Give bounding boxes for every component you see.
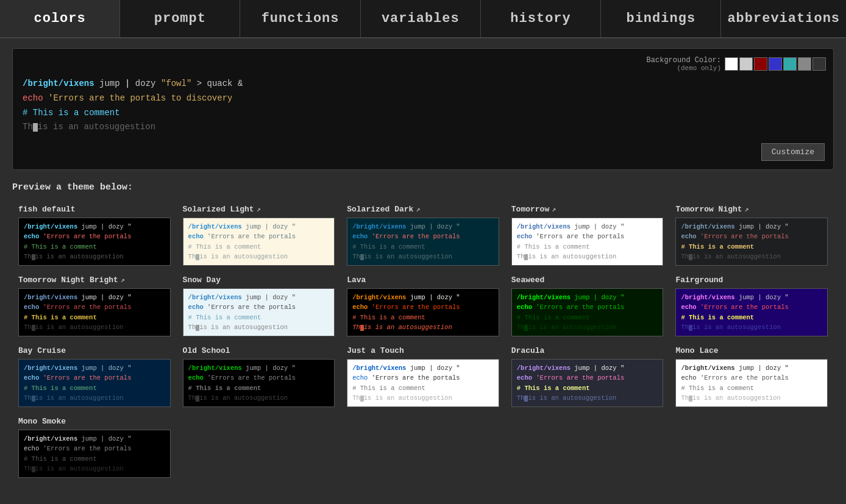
themes-grid: fish default /bright/vixens jump | dozy …: [12, 201, 834, 484]
theme-preview-snow-day[interactable]: /bright/vixens jump | dozy " echo 'Error…: [183, 288, 335, 336]
theme-preview-bay-cruise[interactable]: /bright/vixens jump | dozy " echo 'Error…: [18, 359, 171, 407]
theme-name-fairground[interactable]: Fairground: [675, 275, 828, 285]
swatch-gray[interactable]: [798, 57, 811, 71]
theme-name-solarized-light[interactable]: Solarized Light ↗: [183, 205, 335, 214]
theme-snow-day: Snow Day /bright/vixens jump | dozy " ec…: [177, 272, 341, 343]
theme-name-bay-cruise[interactable]: Bay Cruise: [18, 346, 171, 355]
bg-color-label: Background Color: (demo only): [647, 56, 721, 72]
theme-name-just-a-touch[interactable]: Just a Touch: [347, 346, 499, 355]
theme-name-fish-default[interactable]: fish default: [18, 205, 171, 214]
theme-name-tomorrow-night-bright[interactable]: Tomorrow Night Bright ↗: [18, 275, 171, 285]
tab-functions[interactable]: functions: [240, 0, 360, 37]
theme-name-solarized-dark[interactable]: Solarized Dark ↗: [347, 205, 499, 214]
theme-preview-mono-lace[interactable]: /bright/vixens jump | dozy " echo 'Error…: [675, 359, 828, 407]
theme-preview-fairground[interactable]: /bright/vixens jump | dozy " echo 'Error…: [675, 288, 828, 336]
theme-tomorrow: Tomorrow ↗ /bright/vixens jump | dozy " …: [505, 201, 670, 272]
preview-line-2: echo 'Errors are the portals to discover…: [23, 91, 823, 106]
swatch-dark-red[interactable]: [754, 57, 767, 71]
customize-button[interactable]: Customize: [761, 143, 825, 161]
theme-name-mono-smoke[interactable]: Mono Smoke: [18, 417, 171, 426]
tab-colors[interactable]: colors: [0, 0, 120, 37]
theme-lava: Lava /bright/vixens jump | dozy " echo '…: [341, 272, 505, 343]
theme-dracula: Dracula /bright/vixens jump | dozy " ech…: [505, 343, 670, 413]
theme-preview-solarized-light[interactable]: /bright/vixens jump | dozy " echo 'Error…: [183, 218, 335, 266]
color-swatches: [725, 57, 826, 71]
theme-name-old-school[interactable]: Old School: [183, 346, 335, 355]
terminal-preview: /bright/vixens jump | dozy "fowl" > quac…: [23, 77, 823, 135]
preview-line-3: # This is a comment: [23, 106, 823, 121]
tabs-bar: colors prompt functions variables histor…: [0, 0, 846, 38]
theme-fairground: Fairground /bright/vixens jump | dozy " …: [669, 272, 834, 343]
theme-mono-lace: Mono Lace /bright/vixens jump | dozy " e…: [669, 343, 834, 413]
preview-line-1: /bright/vixens jump | dozy "fowl" > quac…: [23, 77, 823, 91]
theme-name-seaweed[interactable]: Seaweed: [511, 275, 664, 285]
theme-tomorrow-night-bright: Tomorrow Night Bright ↗ /bright/vixens j…: [12, 272, 177, 343]
swatch-teal[interactable]: [783, 57, 797, 71]
theme-preview-old-school[interactable]: /bright/vixens jump | dozy " echo 'Error…: [183, 359, 335, 407]
theme-name-mono-lace[interactable]: Mono Lace: [675, 346, 828, 355]
theme-preview-fish-default[interactable]: /bright/vixens jump | dozy " echo 'Error…: [18, 218, 171, 266]
tab-prompt[interactable]: prompt: [120, 0, 240, 37]
tab-abbreviations[interactable]: abbreviations: [721, 0, 846, 37]
main-content: Background Color: (demo only) /bright/vi…: [0, 38, 846, 494]
preview-themes-label: Preview a theme below:: [12, 182, 834, 193]
swatch-light-gray[interactable]: [739, 57, 753, 71]
theme-preview-seaweed[interactable]: /bright/vixens jump | dozy " echo 'Error…: [511, 288, 664, 336]
theme-old-school: Old School /bright/vixens jump | dozy " …: [177, 343, 341, 413]
cursor-block: [33, 123, 38, 132]
theme-preview-lava[interactable]: /bright/vixens jump | dozy " echo 'Error…: [347, 288, 499, 336]
theme-name-lava[interactable]: Lava: [347, 275, 499, 285]
bg-color-row: Background Color: (demo only): [647, 56, 826, 72]
theme-tomorrow-night: Tomorrow Night ↗ /bright/vixens jump | d…: [669, 201, 834, 272]
tab-variables[interactable]: variables: [361, 0, 481, 37]
theme-preview-just-a-touch[interactable]: /bright/vixens jump | dozy " echo 'Error…: [347, 359, 499, 407]
theme-solarized-dark: Solarized Dark ↗ /bright/vixens jump | d…: [341, 201, 505, 272]
theme-preview-mono-smoke[interactable]: /bright/vixens jump | dozy " echo 'Error…: [18, 430, 171, 478]
swatch-blue[interactable]: [769, 57, 782, 71]
tab-bindings[interactable]: bindings: [601, 0, 721, 37]
theme-preview-tomorrow-night-bright[interactable]: /bright/vixens jump | dozy " echo 'Error…: [18, 288, 171, 336]
theme-seaweed: Seaweed /bright/vixens jump | dozy " ech…: [505, 272, 670, 343]
theme-name-snow-day[interactable]: Snow Day: [183, 275, 335, 285]
theme-bay-cruise: Bay Cruise /bright/vixens jump | dozy " …: [12, 343, 177, 413]
theme-fish-default: fish default /bright/vixens jump | dozy …: [12, 201, 177, 272]
swatch-dark[interactable]: [812, 57, 826, 71]
theme-preview-tomorrow-night[interactable]: /bright/vixens jump | dozy " echo 'Error…: [675, 218, 828, 266]
theme-name-tomorrow[interactable]: Tomorrow ↗: [511, 205, 664, 214]
theme-name-tomorrow-night[interactable]: Tomorrow Night ↗: [675, 205, 828, 214]
theme-just-a-touch: Just a Touch /bright/vixens jump | dozy …: [341, 343, 505, 413]
theme-preview-dracula[interactable]: /bright/vixens jump | dozy " echo 'Error…: [511, 359, 664, 407]
swatch-white[interactable]: [725, 57, 738, 71]
preview-line-4: This is an autosuggestion: [23, 120, 823, 135]
theme-preview-tomorrow[interactable]: /bright/vixens jump | dozy " echo 'Error…: [511, 218, 664, 266]
preview-box: Background Color: (demo only) /bright/vi…: [12, 48, 834, 170]
theme-solarized-light: Solarized Light ↗ /bright/vixens jump | …: [177, 201, 341, 272]
theme-mono-smoke: Mono Smoke /bright/vixens jump | dozy " …: [12, 413, 177, 484]
theme-preview-solarized-dark[interactable]: /bright/vixens jump | dozy " echo 'Error…: [347, 218, 499, 266]
tab-history[interactable]: history: [481, 0, 601, 37]
theme-name-dracula[interactable]: Dracula: [511, 346, 664, 355]
